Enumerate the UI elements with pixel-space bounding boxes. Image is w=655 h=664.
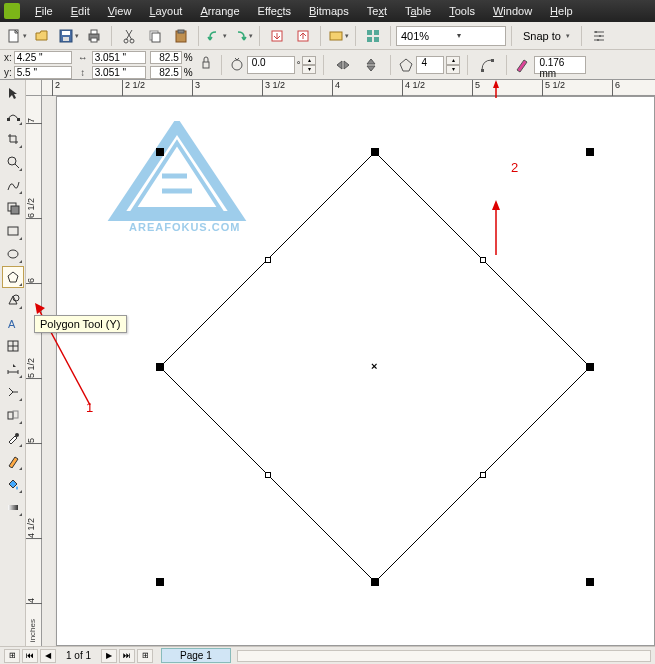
crop-tool[interactable] (2, 128, 24, 150)
menu-tools[interactable]: Tools (440, 5, 484, 17)
selected-polygon-shape[interactable]: × (135, 127, 615, 609)
new-button[interactable]: ▾ (4, 25, 28, 47)
app-launcher-button[interactable] (361, 25, 385, 47)
canvas-area[interactable]: 2 2 1/2 3 3 1/2 4 4 1/2 5 5 1/2 6 7 6 1/… (26, 80, 655, 646)
rectangle-tool[interactable] (2, 220, 24, 242)
snap-to-dropdown[interactable]: Snap to ▾ (517, 30, 576, 42)
svg-point-20 (595, 31, 597, 33)
rotation-spinner[interactable]: ▴▾ (302, 56, 316, 74)
pick-tool[interactable] (2, 82, 24, 104)
connector-tool[interactable] (2, 381, 24, 403)
polygon-sides-field[interactable]: 4 (416, 56, 444, 74)
menu-edit[interactable]: Edit (62, 5, 99, 17)
menu-help[interactable]: Help (541, 5, 582, 17)
ruler-vertical[interactable]: 7 6 1/2 6 5 1/2 5 4 1/2 4 inches (26, 96, 42, 646)
dimension-tool[interactable] (2, 358, 24, 380)
menu-bitmaps[interactable]: Bitmaps (300, 5, 358, 17)
selection-handle[interactable] (586, 148, 594, 156)
publish-button[interactable]: ▾ (326, 25, 350, 47)
page-next-button[interactable]: ▶ (101, 649, 117, 663)
polygon-tool[interactable] (2, 266, 24, 288)
undo-button[interactable]: ▾ (204, 25, 228, 47)
open-button[interactable] (30, 25, 54, 47)
import-button[interactable] (265, 25, 289, 47)
hscroll-track[interactable] (237, 650, 651, 662)
outline-width-field[interactable]: 0.176 mm (534, 56, 586, 74)
outline-tool[interactable] (2, 450, 24, 472)
ruler-units: inches (28, 619, 37, 642)
selection-handle[interactable] (586, 578, 594, 586)
shape-node[interactable] (480, 472, 486, 478)
zoom-level-field[interactable]: 401% ▾ (396, 26, 506, 46)
to-curves-button[interactable] (475, 54, 499, 76)
selection-handle[interactable] (371, 148, 379, 156)
svg-rect-18 (367, 37, 372, 42)
text-tool[interactable]: A (2, 312, 24, 334)
ellipse-tool[interactable] (2, 243, 24, 265)
svg-point-30 (8, 157, 16, 165)
selection-handle[interactable] (371, 578, 379, 586)
page-tab[interactable]: Page 1 (161, 648, 231, 663)
menu-table[interactable]: Table (396, 5, 440, 17)
save-button[interactable]: ▾ (56, 25, 80, 47)
smart-fill-tool[interactable] (2, 197, 24, 219)
zoom-tool[interactable] (2, 151, 24, 173)
shape-tool[interactable] (2, 105, 24, 127)
ruler-horizontal[interactable]: 2 2 1/2 3 3 1/2 4 4 1/2 5 5 1/2 6 (42, 80, 655, 96)
eyedropper-tool[interactable] (2, 427, 24, 449)
chevron-down-icon: ▾ (566, 32, 570, 40)
options-button[interactable] (587, 25, 611, 47)
scale-x-field[interactable]: 82.5 (150, 51, 182, 64)
table-tool[interactable] (2, 335, 24, 357)
x-field[interactable]: 4.25 " (14, 51, 72, 64)
shape-node[interactable] (480, 257, 486, 263)
paste-button[interactable] (169, 25, 193, 47)
x-label: x: (4, 52, 12, 63)
drawing-page[interactable]: AREAFOKUS.COM (56, 96, 655, 646)
shape-node[interactable] (265, 472, 271, 478)
selection-handle[interactable] (586, 363, 594, 371)
lock-ratio-button[interactable] (198, 53, 214, 77)
height-icon: ↕ (76, 67, 90, 78)
menu-text[interactable]: Text (358, 5, 396, 17)
page-last-button[interactable]: ⏭ (119, 649, 135, 663)
blend-tool[interactable] (2, 404, 24, 426)
selection-handle[interactable] (156, 148, 164, 156)
ruler-origin[interactable] (26, 80, 42, 96)
fill-tool[interactable] (2, 473, 24, 495)
y-field[interactable]: 5.5 " (14, 66, 72, 79)
height-field[interactable]: 3.051 " (92, 66, 146, 79)
center-marker: × (371, 360, 377, 372)
page-prev-button[interactable]: ◀ (40, 649, 56, 663)
print-button[interactable] (82, 25, 106, 47)
menu-arrange[interactable]: Arrange (191, 5, 248, 17)
menu-view[interactable]: View (99, 5, 141, 17)
rotation-field[interactable]: 0.0 (247, 56, 295, 74)
page-add-button[interactable]: ⊞ (4, 649, 20, 663)
outline-pen-icon (514, 57, 530, 73)
shape-node[interactable] (265, 257, 271, 263)
mirror-v-button[interactable] (359, 54, 383, 76)
cut-button[interactable] (117, 25, 141, 47)
selection-handle[interactable] (156, 578, 164, 586)
svg-rect-39 (8, 412, 13, 419)
scale-y-field[interactable]: 82.5 (150, 66, 182, 79)
menu-window[interactable]: Window (484, 5, 541, 17)
mirror-h-button[interactable] (331, 54, 355, 76)
sides-spinner[interactable]: ▴▾ (446, 56, 460, 74)
menu-layout[interactable]: Layout (140, 5, 191, 17)
redo-button[interactable]: ▾ (230, 25, 254, 47)
rotation-group: 0.0 ° ▴▾ (229, 56, 317, 74)
interactive-fill-tool[interactable] (2, 496, 24, 518)
copy-button[interactable] (143, 25, 167, 47)
basic-shapes-tool[interactable] (2, 289, 24, 311)
freehand-tool[interactable] (2, 174, 24, 196)
page-add-after-button[interactable]: ⊞ (137, 649, 153, 663)
menu-effects[interactable]: Effects (249, 5, 300, 17)
menu-file[interactable]: File (26, 5, 62, 17)
selection-handle[interactable] (156, 363, 164, 371)
export-button[interactable] (291, 25, 315, 47)
width-field[interactable]: 3.051 " (92, 51, 146, 64)
zoom-value: 401% (401, 30, 445, 42)
page-first-button[interactable]: ⏮ (22, 649, 38, 663)
